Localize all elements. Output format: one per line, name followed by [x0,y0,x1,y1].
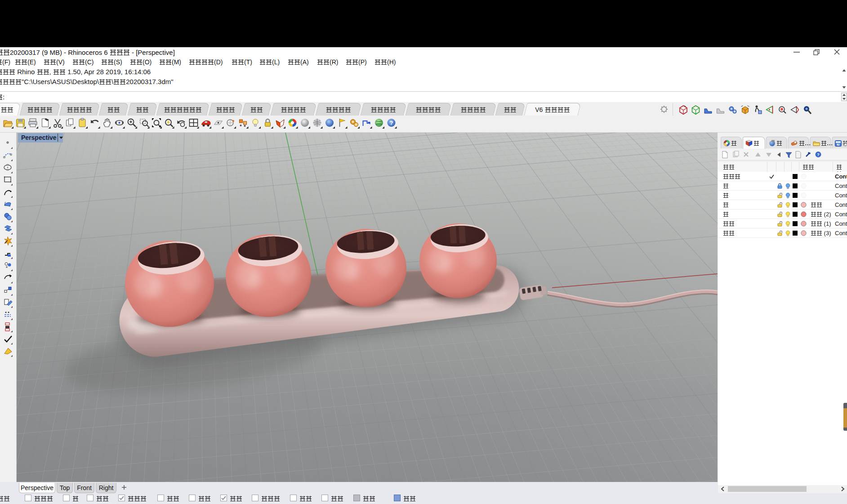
svg-text:?: ? [817,152,820,157]
svg-text:?: ? [390,120,393,126]
svg-text:?: ? [838,143,839,146]
